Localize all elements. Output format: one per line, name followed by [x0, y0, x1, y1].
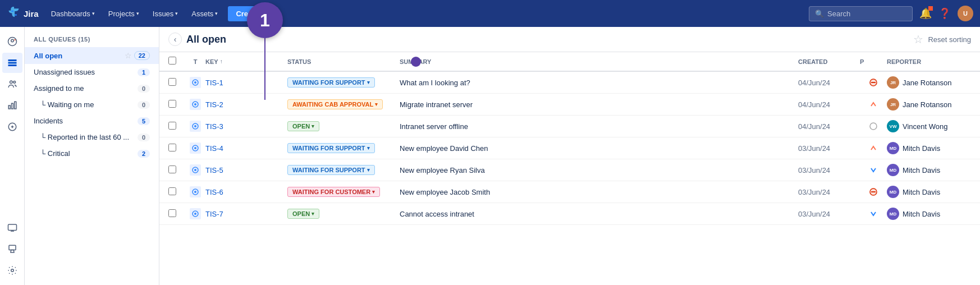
- svg-point-0: [11, 39, 13, 42]
- status-badge[interactable]: OPEN ▾: [287, 209, 319, 219]
- row-checkbox[interactable]: [168, 166, 176, 173]
- issue-key-link[interactable]: TIS-5: [205, 166, 223, 174]
- queue-count: 22: [134, 51, 150, 60]
- nav-assets[interactable]: Assets ▾: [186, 6, 223, 21]
- reporter-avatar: MD: [887, 164, 899, 176]
- sidebar-icon-monitor[interactable]: [2, 218, 22, 238]
- row-status-cell: OPEN ▾: [287, 209, 400, 219]
- status-badge[interactable]: AWAITING CAB APPROVAL ▾: [287, 99, 383, 109]
- tutorial-connector-dot: [411, 57, 421, 67]
- row-summary: Cannot access intranet: [400, 210, 798, 218]
- queue-item-label: Unassigned issues: [34, 68, 138, 76]
- queue-item-all-open[interactable]: All open ☆ 22: [25, 47, 159, 64]
- svg-rect-8: [11, 103, 13, 109]
- row-key[interactable]: TIS-3: [205, 122, 267, 131]
- queue-item-assigned-to-me[interactable]: Assigned to me 0: [25, 80, 159, 96]
- reporter-name: Mitch Davis: [903, 210, 940, 218]
- nav-issues[interactable]: Issues ▾: [147, 6, 184, 21]
- jira-logo[interactable]: Jira: [7, 7, 39, 20]
- main-content: ‹ All open ☆ Reset sorting Sorted A → Z: [159, 27, 980, 285]
- table-row: TIS-6 WAITING FOR CUSTOMER ▾ New employe…: [159, 181, 980, 203]
- row-key[interactable]: TIS-4: [205, 144, 267, 153]
- row-key[interactable]: TIS-5: [205, 166, 267, 174]
- reporter-name: Vincent Wong: [903, 122, 947, 131]
- row-checkbox[interactable]: [168, 187, 176, 195]
- table-row: TIS-7 OPEN ▾ Cannot access intranet 03/J…: [159, 203, 980, 225]
- nav-projects[interactable]: Projects ▾: [103, 6, 145, 21]
- status-badge[interactable]: WAITING FOR SUPPORT ▾: [287, 77, 375, 88]
- row-checkbox[interactable]: [168, 209, 176, 217]
- row-created: 03/Jun/24: [798, 144, 860, 153]
- sidebar-icon-chart[interactable]: [2, 95, 22, 116]
- queue-sidebar: ALL QUEUES (15) All open ☆ 22 Unassigned…: [25, 27, 159, 285]
- row-type-cell: [185, 164, 205, 176]
- row-checkbox-cell: [168, 100, 185, 109]
- row-key[interactable]: TIS-6: [205, 188, 267, 196]
- col-p-header: P: [860, 58, 887, 65]
- row-reporter: MD Mitch Davis: [887, 142, 971, 154]
- select-all-checkbox-cell: [168, 57, 185, 66]
- svg-point-23: [870, 123, 877, 130]
- sidebar-icon-desktop[interactable]: [2, 239, 22, 259]
- row-key[interactable]: TIS-1: [205, 79, 267, 87]
- issue-key-link[interactable]: TIS-3: [205, 122, 223, 131]
- svg-point-13: [11, 269, 13, 272]
- topnav: Jira Dashboards ▾ Projects ▾ Issues ▾ As…: [0, 0, 980, 27]
- queue-item-unassigned[interactable]: Unassigned issues 1: [25, 64, 159, 80]
- row-checkbox[interactable]: [168, 144, 176, 151]
- star-icon[interactable]: ☆: [125, 51, 132, 60]
- sidebar-icon-connect[interactable]: [2, 117, 22, 137]
- issue-key-link[interactable]: TIS-4: [205, 144, 223, 153]
- status-badge[interactable]: WAITING FOR CUSTOMER ▾: [287, 187, 380, 197]
- user-avatar[interactable]: U: [958, 6, 973, 21]
- content-header: ‹ All open ☆ Reset sorting: [159, 27, 980, 52]
- queue-item-label: └ Waiting on me: [40, 100, 138, 109]
- queue-item-waiting-on-me[interactable]: └ Waiting on me 0: [25, 96, 159, 113]
- search-box[interactable]: 🔍 Search: [809, 6, 913, 21]
- row-type-cell: [185, 99, 205, 110]
- table-area: Sorted A → Z T Key ↑ Status Summary Crea…: [159, 52, 980, 285]
- star-icon[interactable]: ☆: [913, 33, 923, 46]
- svg-rect-9: [14, 102, 16, 109]
- row-checkbox[interactable]: [168, 100, 176, 108]
- sidebar-icon-settings[interactable]: [2, 260, 22, 281]
- row-key[interactable]: TIS-7: [205, 210, 267, 218]
- row-summary: Migrate intranet server: [400, 100, 798, 109]
- sidebar-icon-home[interactable]: [2, 31, 22, 52]
- table-row: TIS-2 AWAITING CAB APPROVAL ▾ Migrate in…: [159, 94, 980, 116]
- queue-item-label: └ Reported in the last 60 ...: [40, 133, 138, 141]
- row-status-cell: WAITING FOR SUPPORT ▾: [287, 77, 400, 88]
- row-checkbox[interactable]: [168, 122, 176, 130]
- issue-key-link[interactable]: TIS-7: [205, 210, 223, 218]
- status-badge[interactable]: WAITING FOR SUPPORT ▾: [287, 143, 375, 153]
- svg-point-22: [194, 125, 196, 127]
- row-summary: New employee David Chen: [400, 144, 798, 153]
- reporter-name: Mitch Davis: [903, 144, 940, 153]
- col-key-header[interactable]: Key ↑: [205, 58, 267, 65]
- queue-item-incidents[interactable]: Incidents 5: [25, 113, 159, 129]
- notifications-icon[interactable]: 🔔: [919, 7, 932, 20]
- jira-logo-icon: [7, 7, 20, 20]
- select-all-checkbox[interactable]: [168, 57, 176, 65]
- row-checkbox[interactable]: [168, 78, 176, 86]
- sidebar-icon-people[interactable]: [2, 74, 22, 94]
- issue-key-link[interactable]: TIS-2: [205, 100, 223, 109]
- reset-sorting-button[interactable]: Reset sorting: [928, 35, 971, 44]
- col-t-header: T: [185, 58, 205, 65]
- collapse-button[interactable]: ‹: [168, 33, 182, 46]
- sidebar-icon-queue[interactable]: [2, 53, 22, 73]
- issue-key-link[interactable]: TIS-6: [205, 188, 223, 196]
- row-key[interactable]: TIS-2: [205, 100, 267, 109]
- status-badge[interactable]: OPEN ▾: [287, 121, 319, 131]
- svg-point-34: [194, 213, 196, 215]
- row-reporter: MD Mitch Davis: [887, 186, 971, 198]
- svg-point-1: [14, 39, 15, 40]
- status-badge[interactable]: WAITING FOR SUPPORT ▾: [287, 165, 375, 175]
- queue-item-critical[interactable]: └ Critical 2: [25, 145, 159, 162]
- help-icon[interactable]: ❓: [938, 7, 951, 20]
- nav-dashboards[interactable]: Dashboards ▾: [45, 6, 100, 21]
- queue-count: 0: [138, 134, 150, 141]
- type-icon: [190, 142, 201, 154]
- queue-item-reported-last-60[interactable]: └ Reported in the last 60 ... 0: [25, 129, 159, 145]
- issue-key-link[interactable]: TIS-1: [205, 79, 223, 87]
